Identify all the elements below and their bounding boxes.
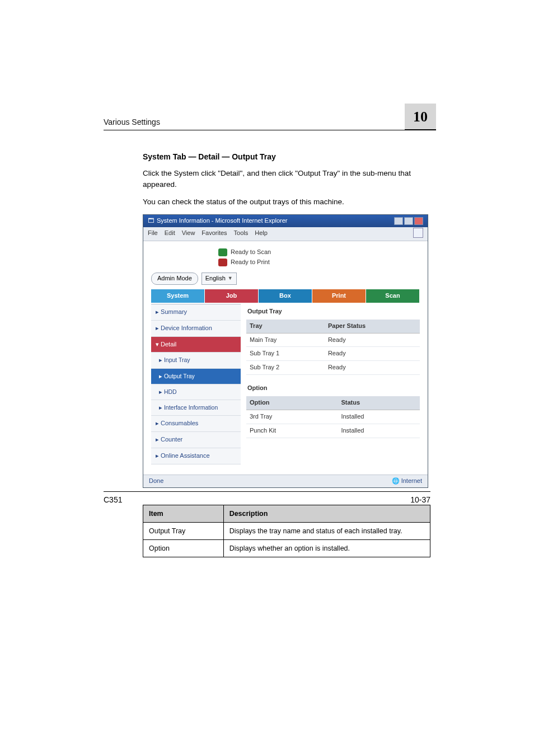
maximize-button[interactable]	[404, 217, 413, 225]
nav-label: Online Assistance	[161, 452, 209, 459]
footer-model: C351	[104, 495, 122, 504]
header-rule	[104, 130, 405, 130]
col-option-status: Status	[338, 396, 420, 410]
nav-hdd[interactable]: ▸ HDD	[151, 384, 241, 400]
cell-tray: Sub Tray 2	[246, 361, 325, 375]
col-tray: Tray	[246, 320, 325, 333]
ie-logo-icon	[413, 228, 423, 238]
chapter-number-box: 10	[405, 104, 436, 130]
window-titlebar: 🗔 System Information - Microsoft Interne…	[143, 215, 428, 227]
menu-help[interactable]: Help	[255, 229, 268, 239]
col-option: Option	[246, 396, 338, 410]
table-row: Sub Tray 2 Ready	[246, 361, 420, 375]
col-item: Item	[143, 505, 224, 523]
menu-favorites[interactable]: Favorites	[202, 229, 227, 239]
table-row: Output Tray Displays the tray name and s…	[143, 523, 430, 540]
cell-option: Punch Kit	[246, 424, 338, 438]
nav-label: HDD	[164, 388, 177, 395]
cell-option-status: Installed	[338, 410, 420, 424]
tab-scan[interactable]: Scan	[366, 289, 420, 303]
tab-system[interactable]: System	[151, 289, 205, 303]
footer-page-number: 10-37	[410, 495, 430, 504]
page-footer: C351 10-37	[104, 491, 430, 504]
nav-label: Detail	[161, 341, 176, 348]
statusbar-left: Done	[149, 477, 163, 486]
admin-mode-button[interactable]: Admin Mode	[151, 273, 198, 285]
tab-print[interactable]: Print	[312, 289, 366, 303]
language-value: English	[205, 274, 226, 283]
chevron-down-icon: ▼	[228, 275, 233, 282]
language-select[interactable]: English ▼	[202, 273, 237, 285]
side-nav: ▸ Summary ▸ Device Information ▾ Detail …	[151, 304, 241, 465]
cell-item: Option	[143, 540, 224, 557]
status-ok-icon	[218, 248, 227, 256]
body-paragraph: Click the System click "Detail", and the…	[143, 168, 430, 190]
tab-box[interactable]: Box	[259, 289, 312, 303]
status-warn-icon	[218, 259, 227, 266]
cell-tray: Sub Tray 1	[246, 347, 325, 361]
running-header: Various Settings	[104, 118, 160, 126]
cell-option: 3rd Tray	[246, 410, 338, 424]
cell-option-status: Installed	[338, 424, 420, 438]
nav-online-assistance[interactable]: ▸ Online Assistance	[151, 448, 241, 464]
pane-title-output-tray: Output Tray	[247, 307, 420, 316]
nav-input-tray[interactable]: ▸ Input Tray	[151, 353, 241, 368]
cell-status: Ready	[325, 361, 420, 375]
cell-status: Ready	[325, 333, 420, 347]
nav-interface-info[interactable]: ▸ Interface Information	[151, 400, 241, 416]
pane-title-option: Option	[247, 384, 420, 393]
minimize-button[interactable]	[394, 217, 403, 225]
menu-view[interactable]: View	[182, 229, 195, 239]
window-title: System Information - Microsoft Internet …	[157, 217, 288, 226]
menu-file[interactable]: File	[148, 229, 158, 239]
menu-tools[interactable]: Tools	[234, 229, 249, 239]
close-button[interactable]	[414, 217, 423, 225]
nav-summary[interactable]: ▸ Summary	[151, 304, 241, 321]
status-print-text: Ready to Print	[231, 258, 270, 267]
section-heading: System Tab — Detail — Output Tray	[143, 151, 430, 162]
statusbar-right: Internet	[401, 477, 422, 484]
browser-statusbar: Done 🌐 Internet	[143, 475, 428, 487]
tab-job[interactable]: Job	[205, 289, 259, 303]
menu-bar: File Edit View Favorites Tools Help	[143, 227, 428, 241]
nav-label: Consumables	[161, 420, 198, 426]
table-row: Main Tray Ready	[246, 333, 420, 347]
nav-device-info[interactable]: ▸ Device Information	[151, 321, 241, 337]
device-status-block: Ready to Scan Ready to Print	[218, 248, 420, 267]
main-tabs: System Job Box Print Scan	[151, 289, 420, 303]
col-paper-status: Paper Status	[325, 320, 420, 333]
status-scan-text: Ready to Scan	[231, 248, 271, 257]
embedded-screenshot: 🗔 System Information - Microsoft Interne…	[143, 214, 428, 488]
cell-status: Ready	[325, 347, 420, 361]
table-row: Punch Kit Installed	[246, 424, 420, 438]
chapter-number: 10	[413, 109, 428, 125]
table-row: Sub Tray 1 Ready	[246, 347, 420, 361]
internet-zone-icon: 🌐	[392, 477, 400, 484]
option-table: Option Status 3rd Tray Installed Punch K…	[246, 396, 420, 438]
col-description: Description	[223, 505, 430, 523]
cell-tray: Main Tray	[246, 333, 325, 347]
nav-output-tray[interactable]: ▸ Output Tray	[151, 369, 241, 384]
nav-label: Interface Information	[164, 404, 218, 411]
cell-desc: Displays whether an option is installed.	[223, 540, 430, 557]
nav-label: Output Tray	[164, 373, 195, 379]
nav-label: Counter	[161, 436, 182, 443]
menu-edit[interactable]: Edit	[165, 229, 175, 239]
ie-page-icon: 🗔	[148, 217, 154, 226]
nav-detail[interactable]: ▾ Detail	[151, 337, 241, 353]
cell-desc: Displays the tray name and status of eac…	[223, 523, 430, 540]
nav-label: Device Information	[161, 325, 212, 331]
nav-counter[interactable]: ▸ Counter	[151, 432, 241, 448]
nav-label: Summary	[161, 308, 187, 315]
cell-item: Output Tray	[143, 523, 224, 540]
table-row: Option Displays whether an option is ins…	[143, 540, 430, 557]
nav-consumables[interactable]: ▸ Consumables	[151, 416, 241, 432]
item-description-table: Item Description Output Tray Displays th…	[143, 505, 430, 557]
content-pane: Output Tray Tray Paper Status Main Tray …	[241, 304, 420, 465]
output-tray-table: Tray Paper Status Main Tray Ready Sub Tr…	[246, 320, 420, 383]
table-row: 3rd Tray Installed	[246, 410, 420, 424]
nav-label: Input Tray	[164, 356, 190, 363]
body-paragraph: You can check the status of the output t…	[143, 196, 430, 208]
